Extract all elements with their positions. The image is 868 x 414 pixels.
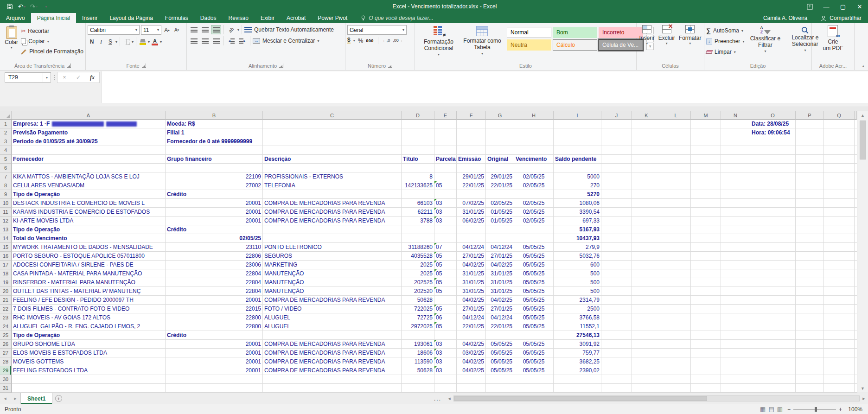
cell-G3[interactable] <box>486 137 514 146</box>
cell-I1[interactable] <box>554 120 601 128</box>
cell-I17[interactable]: 600 <box>554 261 601 269</box>
cell-G25[interactable] <box>486 331 514 340</box>
cell-F11[interactable]: 31/01/25 <box>457 208 486 217</box>
cell-C16[interactable]: SEGUROS <box>263 252 402 261</box>
cell-G12[interactable]: 01/05/25 <box>486 217 514 225</box>
column-header-E[interactable]: E <box>434 111 457 120</box>
decrease-decimal-icon[interactable]: ,00→ <box>393 38 403 43</box>
cell-J18[interactable] <box>601 269 632 278</box>
cell-H7[interactable]: 02/05/25 <box>514 172 554 181</box>
cell-I16[interactable]: 5032,76 <box>554 252 601 261</box>
cell-M5[interactable] <box>691 155 721 164</box>
undo-icon[interactable]: ↶▾ <box>17 1 27 12</box>
cell-D30[interactable] <box>402 375 434 384</box>
cell-N13[interactable] <box>721 225 750 234</box>
cell-N12[interactable] <box>721 217 750 225</box>
cell-D14[interactable] <box>402 234 434 243</box>
insert-function-icon[interactable]: fx <box>85 74 99 81</box>
cell-Q30[interactable] <box>824 375 855 384</box>
cell-C13[interactable] <box>263 225 402 234</box>
cell-H12[interactable]: 02/05/25 <box>514 217 554 225</box>
view-page-layout-icon[interactable]: ▤ <box>768 406 774 413</box>
cell-C1[interactable] <box>263 120 402 128</box>
cell-D7[interactable]: 8 <box>402 172 434 181</box>
cell-H26[interactable]: 05/05/25 <box>514 340 554 349</box>
cell-D15[interactable]: 31188260 <box>402 243 434 252</box>
cell-Q14[interactable] <box>824 234 855 243</box>
row-header-7[interactable]: 7 <box>0 172 12 181</box>
cell-D19[interactable]: 202525 <box>402 278 434 287</box>
font-dialog-launcher-icon[interactable] <box>142 64 146 68</box>
cell-C19[interactable]: MANUTENÇÃO <box>263 278 402 287</box>
close-icon[interactable]: ✕ <box>851 0 868 13</box>
cell-A30[interactable] <box>12 375 166 384</box>
cell-J26[interactable] <box>601 340 632 349</box>
cell-E18[interactable]: 05 <box>434 269 457 278</box>
cell-L23[interactable] <box>661 313 691 322</box>
cell-C27[interactable]: COMPRA DE MERCADORIAS PARA REVENDA <box>263 349 402 357</box>
cell-L19[interactable] <box>661 278 691 287</box>
cell-D11[interactable]: 62211 <box>402 208 434 217</box>
copy-button[interactable]: Copiar▾ <box>21 37 83 46</box>
cell-F4[interactable] <box>457 146 486 155</box>
cell-K6[interactable] <box>632 164 661 172</box>
cell-H11[interactable]: 02/05/25 <box>514 208 554 217</box>
cell-K18[interactable] <box>632 269 661 278</box>
cell-F24[interactable]: 22/01/25 <box>457 322 486 331</box>
cell-J17[interactable] <box>601 261 632 269</box>
cell-B17[interactable]: 23006 <box>166 261 263 269</box>
cell-A4[interactable] <box>12 146 166 155</box>
cell-E29[interactable]: 03 <box>434 366 457 375</box>
cell-P7[interactable] <box>796 172 824 181</box>
clipboard-dialog-launcher-icon[interactable] <box>67 64 71 68</box>
cell-D5[interactable]: Título <box>402 155 434 164</box>
cell-L22[interactable] <box>661 305 691 313</box>
cell-L9[interactable] <box>661 190 691 199</box>
scroll-right-icon[interactable]: ▸ <box>860 395 868 401</box>
cell-A13[interactable]: Tipo de Operação <box>12 225 166 234</box>
column-header-L[interactable]: L <box>661 111 691 120</box>
cell-H4[interactable] <box>514 146 554 155</box>
cell-H9[interactable] <box>514 190 554 199</box>
cell-Q8[interactable] <box>824 181 855 190</box>
autosum-button[interactable]: ∑AutoSoma▾ <box>706 26 744 35</box>
row-header-1[interactable]: 1 <box>0 120 12 128</box>
cell-A29[interactable]: FEELING ESTOFADOS LTDA <box>12 366 166 375</box>
cell-L1[interactable] <box>661 120 691 128</box>
cell-P6[interactable] <box>796 164 824 172</box>
cell-G7[interactable]: 29/01/25 <box>486 172 514 181</box>
cell-J10[interactable] <box>601 199 632 208</box>
cell-E2[interactable] <box>434 128 457 137</box>
sheet-tab-sheet1[interactable]: Sheet1 <box>20 393 52 404</box>
cell-E17[interactable]: 05 <box>434 261 457 269</box>
cell-N11[interactable] <box>721 208 750 217</box>
cell-L5[interactable] <box>661 155 691 164</box>
cell-F10[interactable]: 07/02/25 <box>457 199 486 208</box>
clear-button[interactable]: Limpar▾ <box>706 47 744 57</box>
cell-H20[interactable]: 05/05/25 <box>514 287 554 296</box>
cell-O6[interactable] <box>750 164 796 172</box>
cell-C12[interactable]: COMPRA DE MERCADORIAS PARA REVENDA <box>263 217 402 225</box>
cell-E1[interactable] <box>434 120 457 128</box>
cell-F14[interactable] <box>457 234 486 243</box>
cell-M13[interactable] <box>691 225 721 234</box>
cell-K15[interactable] <box>632 243 661 252</box>
cell-H29[interactable]: 05/05/25 <box>514 366 554 375</box>
cell-F2[interactable] <box>457 128 486 137</box>
row-header-10[interactable]: 10 <box>0 199 12 208</box>
cell-E28[interactable]: 03 <box>434 357 457 366</box>
cell-F29[interactable]: 04/02/25 <box>457 366 486 375</box>
cell-E30[interactable] <box>434 375 457 384</box>
cell-K5[interactable] <box>632 155 661 164</box>
cell-D12[interactable]: 3788 <box>402 217 434 225</box>
decrease-indent-icon[interactable]: ◂ <box>226 36 236 45</box>
cell-D18[interactable]: 2025 <box>402 269 434 278</box>
cell-A5[interactable]: Fornecedor <box>12 155 166 164</box>
cell-B11[interactable]: 20001 <box>166 208 263 217</box>
cell-G11[interactable]: 01/05/25 <box>486 208 514 217</box>
cell-L10[interactable] <box>661 199 691 208</box>
cell-H25[interactable] <box>514 331 554 340</box>
cell-J13[interactable] <box>601 225 632 234</box>
cell-J23[interactable] <box>601 313 632 322</box>
cell-P13[interactable] <box>796 225 824 234</box>
